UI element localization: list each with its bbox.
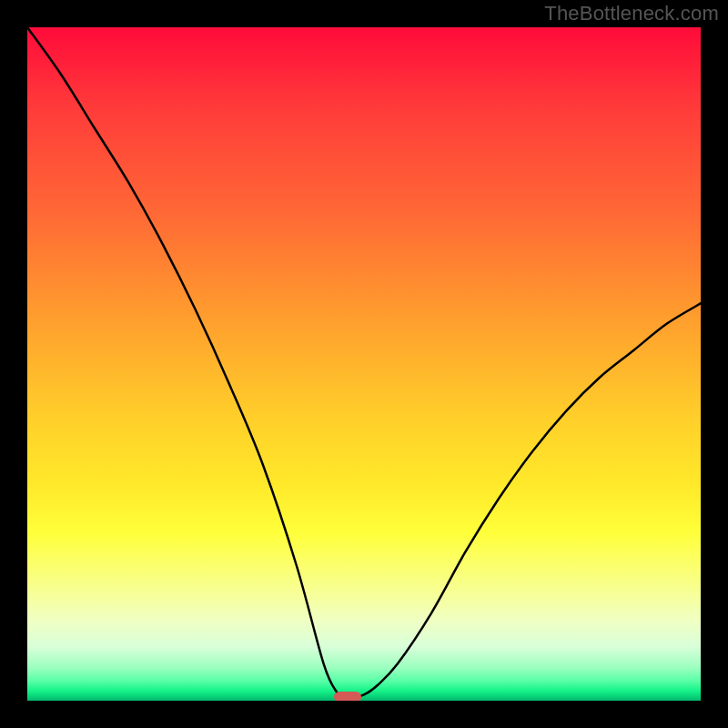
curve-layer bbox=[27, 27, 701, 701]
watermark-text: TheBottleneck.com bbox=[544, 2, 719, 25]
plot-area bbox=[27, 27, 701, 701]
minimum-marker bbox=[334, 692, 361, 701]
bottleneck-curve bbox=[27, 27, 701, 697]
chart-frame: TheBottleneck.com bbox=[0, 0, 728, 728]
